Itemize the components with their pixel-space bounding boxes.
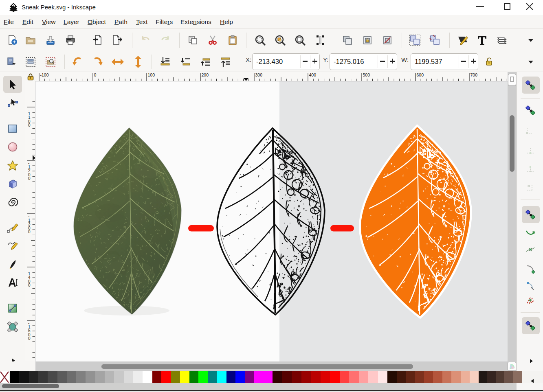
svg-text:300: 300 bbox=[255, 72, 263, 77]
svg-text:500: 500 bbox=[363, 72, 370, 77]
svg-text:200: 200 bbox=[202, 72, 209, 77]
svg-text:400: 400 bbox=[309, 72, 317, 77]
svg-text:0: 0 bbox=[28, 176, 31, 181]
svg-text:600: 600 bbox=[417, 72, 424, 77]
svg-text:100: 100 bbox=[148, 72, 155, 77]
svg-text:0: 0 bbox=[28, 123, 31, 127]
svg-text:0: 0 bbox=[28, 283, 31, 287]
svg-text:0: 0 bbox=[28, 230, 31, 234]
svg-text:700: 700 bbox=[470, 72, 478, 77]
svg-text:0: 0 bbox=[28, 336, 31, 341]
svg-text:-100: -100 bbox=[40, 72, 49, 77]
svg-text:0: 0 bbox=[94, 72, 97, 77]
